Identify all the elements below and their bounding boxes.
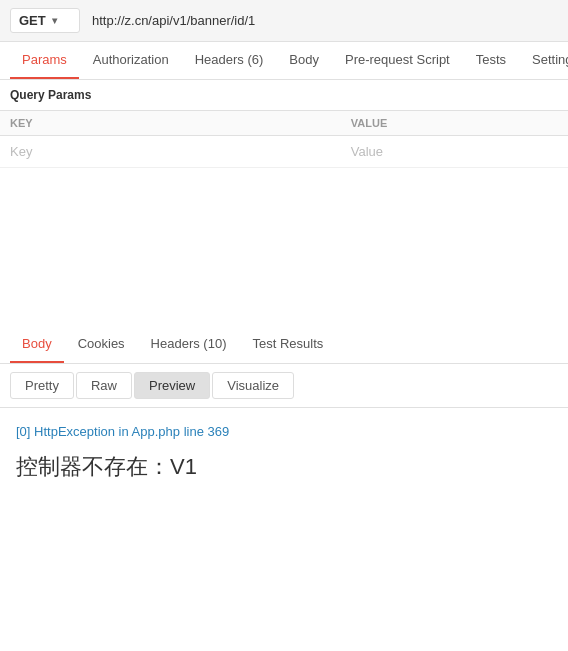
format-tabs: Pretty Raw Preview Visualize xyxy=(0,364,568,408)
tab-headers[interactable]: Headers (6) xyxy=(183,42,276,79)
response-tab-body[interactable]: Body xyxy=(10,326,64,363)
error-line: [0] HttpException in App.php line 369 xyxy=(16,424,552,440)
response-tab-headers[interactable]: Headers (10) xyxy=(139,326,239,363)
tab-authorization[interactable]: Authorization xyxy=(81,42,181,79)
format-tab-raw[interactable]: Raw xyxy=(76,372,132,399)
response-tab-test-results[interactable]: Test Results xyxy=(240,326,335,363)
request-tabs: Params Authorization Headers (6) Body Pr… xyxy=(0,42,568,80)
tab-tests[interactable]: Tests xyxy=(464,42,518,79)
error-message: 控制器不存在：V1 xyxy=(16,452,552,482)
response-body: [0] HttpException in App.php line 369 控制… xyxy=(0,408,568,498)
tab-pre-request-script[interactable]: Pre-request Script xyxy=(333,42,462,79)
response-tab-cookies[interactable]: Cookies xyxy=(66,326,137,363)
key-column-header: KEY xyxy=(0,111,341,136)
tab-params[interactable]: Params xyxy=(10,42,79,79)
value-column-header: VALUE xyxy=(341,111,568,136)
empty-area xyxy=(0,168,568,318)
key-placeholder[interactable]: Key xyxy=(0,136,341,168)
url-input[interactable] xyxy=(88,11,558,30)
method-label: GET xyxy=(19,13,46,28)
tab-body[interactable]: Body xyxy=(277,42,331,79)
format-tab-visualize[interactable]: Visualize xyxy=(212,372,294,399)
method-select[interactable]: GET ▾ xyxy=(10,8,80,33)
tab-settings[interactable]: Settings xyxy=(520,42,568,79)
query-params-label: Query Params xyxy=(0,80,568,111)
error-line-text: [0] HttpException in App.php line 369 xyxy=(16,424,229,439)
table-row: Key Value xyxy=(0,136,568,168)
response-section: Body Cookies Headers (10) Test Results P… xyxy=(0,326,568,498)
response-tabs: Body Cookies Headers (10) Test Results xyxy=(0,326,568,364)
format-tab-preview[interactable]: Preview xyxy=(134,372,210,399)
params-table: KEY VALUE Key Value xyxy=(0,111,568,168)
value-placeholder[interactable]: Value xyxy=(341,136,568,168)
chevron-icon: ▾ xyxy=(52,15,57,26)
url-bar: GET ▾ xyxy=(0,0,568,42)
format-tab-pretty[interactable]: Pretty xyxy=(10,372,74,399)
